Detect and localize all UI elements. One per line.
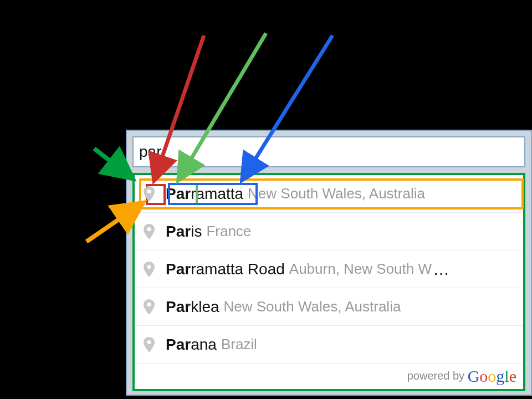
suggestion-prefix: Par xyxy=(166,336,191,353)
suggestion-item[interactable]: ParanaBrazil xyxy=(135,326,523,364)
suggestion-name: Parana xyxy=(166,336,217,354)
suggestion-rest: ramatta Road xyxy=(191,260,285,278)
pin-icon xyxy=(144,224,155,239)
svg-point-1 xyxy=(147,227,151,231)
pin-icon xyxy=(144,337,155,352)
suggestion-name: Parramatta Road xyxy=(166,260,285,278)
suggestion-rest: is xyxy=(191,223,202,240)
suggestion-detail: New South Wales, Australia xyxy=(224,298,401,315)
pin-icon xyxy=(144,186,155,202)
suggestion-rest: ramatta xyxy=(191,185,243,202)
pin-icon xyxy=(144,262,155,277)
suggestion-prefix: Par xyxy=(166,185,191,202)
suggestion-item[interactable]: ParramattaNew South Wales, Australia xyxy=(135,175,523,213)
attribution-prefix: powered by xyxy=(407,370,468,382)
ellipsis-icon: … xyxy=(433,260,451,279)
pin-icon xyxy=(144,337,155,352)
suggestion-item[interactable]: Parramatta RoadAuburn, New South W… xyxy=(135,250,523,288)
suggestion-prefix: Par xyxy=(166,223,191,240)
search-input[interactable] xyxy=(132,136,525,167)
svg-point-0 xyxy=(147,189,151,193)
attribution: powered by Google xyxy=(135,364,523,389)
suggestion-container: ParramattaNew South Wales, AustraliaPari… xyxy=(132,173,525,391)
svg-point-2 xyxy=(147,264,151,268)
google-logo: Google xyxy=(468,367,516,385)
pin-icon xyxy=(144,186,155,202)
pin-icon xyxy=(144,224,155,239)
suggestion-detail: Brazil xyxy=(221,336,257,353)
suggestion-item[interactable]: ParisFrance xyxy=(135,213,523,250)
svg-point-3 xyxy=(147,302,151,306)
suggestion-rest: klea xyxy=(191,298,219,315)
suggestion-name: Paris xyxy=(166,223,202,241)
svg-line-13 xyxy=(94,149,130,176)
suggestion-prefix: Par xyxy=(166,298,191,315)
pin-icon xyxy=(144,262,155,277)
suggestion-prefix: Par xyxy=(166,260,191,278)
suggestion-item[interactable]: ParkleaNew South Wales, Australia xyxy=(135,288,523,326)
pin-icon xyxy=(144,299,155,315)
suggestion-name: Parramatta xyxy=(166,185,243,203)
suggestion-name: Parklea xyxy=(166,298,219,316)
svg-point-4 xyxy=(147,340,151,344)
suggestion-rest: ana xyxy=(191,336,217,353)
suggestion-detail: New South Wales, Australia xyxy=(248,185,425,202)
suggestion-detail: Auburn, New South W xyxy=(289,260,432,278)
autocomplete-widget: ParramattaNew South Wales, AustraliaPari… xyxy=(126,130,532,396)
pin-icon xyxy=(144,299,155,315)
suggestion-detail: France xyxy=(206,223,251,240)
